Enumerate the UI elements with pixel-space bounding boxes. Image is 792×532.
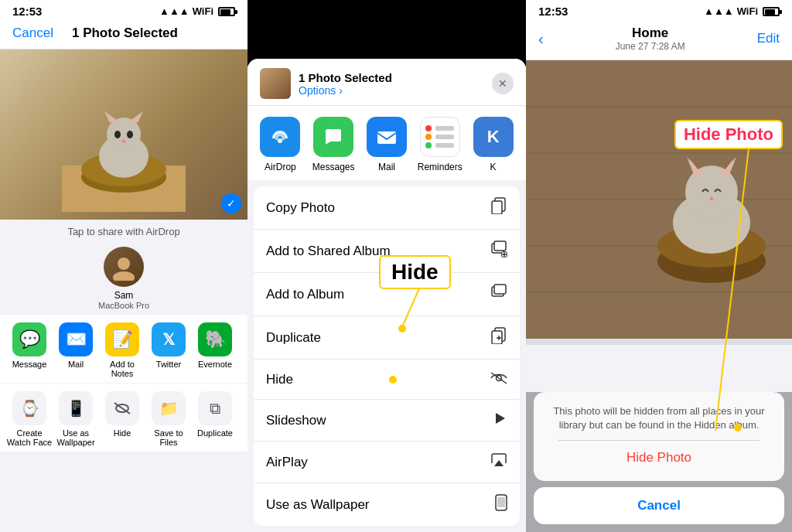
watch-face-icon: ⌚ (12, 391, 46, 425)
svg-point-10 (127, 131, 133, 138)
share-header: 1 Photo Selected Options › ✕ (248, 59, 526, 106)
battery-icon-3 (763, 7, 780, 16)
svg-marker-37 (494, 460, 504, 466)
back-button[interactable]: ‹ (538, 30, 544, 48)
hide-photo-yellow-dot (734, 424, 742, 431)
app-icons-row: 💬 Message ✉️ Mail 📝 Add to Notes 𝕏 Twitt… (0, 315, 248, 383)
svg-point-4 (107, 118, 141, 152)
wallpaper-action-label: Use as Wallpaper (266, 497, 370, 513)
status-icons-3: ▲▲▲ WiFi (704, 5, 780, 17)
cancel-button[interactable]: Cancel (12, 26, 53, 41)
mail-app-icon (367, 117, 407, 157)
share-app-messages[interactable]: Messages (309, 117, 359, 172)
reminders-label: Reminders (418, 162, 463, 172)
mail-icon: ✉️ (59, 322, 93, 356)
action-watch-face[interactable]: ⌚ Create Watch Face (6, 391, 53, 447)
slideshow-label: Slideshow (266, 413, 326, 428)
app-icon-mail[interactable]: ✉️ Mail (53, 322, 99, 378)
action-duplicate[interactable]: ⧉ Duplicate (192, 391, 238, 447)
confirm-hide-button[interactable]: Hide Photo (546, 447, 772, 469)
battery-icon (218, 7, 235, 16)
app-icon-message[interactable]: 💬 Message (6, 322, 53, 378)
share-options-link[interactable]: Options › (299, 84, 492, 97)
panel-photos: 12:53 ▲▲▲ WiFi Cancel 1 Photo Selected (0, 0, 248, 532)
twitter-icon: 𝕏 (152, 322, 186, 356)
slideshow-icon (492, 411, 507, 430)
panel1-navbar: Cancel 1 Photo Selected (0, 21, 248, 49)
svg-rect-39 (497, 497, 505, 507)
airplay-icon (490, 452, 507, 472)
airplay-label: AirPlay (266, 455, 308, 470)
status-icons-1: ▲▲▲ WiFi (159, 5, 235, 17)
hide-action-label: Hide (266, 372, 293, 387)
save-files-icon: 📁 (152, 391, 186, 425)
action-slideshow[interactable]: Slideshow (254, 400, 520, 442)
k-label: K (490, 162, 497, 172)
airdrop-app-icon (260, 117, 300, 157)
status-time-1: 12:53 (12, 5, 42, 18)
panel3-photo-svg (526, 60, 792, 339)
action-hide[interactable]: Hide (254, 360, 520, 400)
contact-row: Sam MacBook Pro (0, 242, 248, 315)
svg-rect-24 (494, 241, 506, 251)
share-apps-row: AirDrop Messages (248, 106, 526, 180)
selection-checkmark: ✓ (221, 193, 241, 213)
app-icon-notes[interactable]: 📝 Add to Notes (99, 322, 145, 378)
svg-marker-36 (496, 413, 505, 424)
app-icon-twitter[interactable]: 𝕏 Twitter (145, 322, 192, 378)
message-icon: 💬 (12, 322, 46, 356)
share-title: 1 Photo Selected (299, 71, 492, 84)
photo-divider (526, 339, 792, 345)
wallpaper-action-icon (495, 494, 507, 515)
avatar-svg (110, 253, 138, 281)
svg-rect-20 (377, 131, 396, 144)
action-save-files[interactable]: 📁 Save to Files (145, 391, 192, 447)
action-icons-row: ⌚ Create Watch Face 📱 Use as Wallpaper H… (0, 384, 248, 452)
hide-action-icon (490, 370, 507, 388)
hide-icon (105, 391, 139, 425)
share-app-airdrop[interactable]: AirDrop (255, 117, 306, 172)
add-album-label: Add to Album (266, 287, 344, 302)
hide-yellow-dot (389, 376, 397, 384)
action-wallpaper[interactable]: 📱 Use as Wallpaper (53, 391, 99, 447)
messages-app-icon (313, 117, 353, 157)
contact-avatar (104, 247, 144, 287)
k-app-icon: K (473, 117, 514, 157)
hide-confirm-modal: This photo will be hidden from all place… (526, 392, 792, 532)
mail-label: Mail (378, 162, 395, 172)
photo-area: ✓ (0, 49, 248, 220)
hide-photo-tooltip-text: Hide Photo (684, 124, 773, 144)
share-close-button[interactable]: ✕ (492, 73, 514, 94)
share-sheet-container: 1 Photo Selected Options › ✕ AirDrop (248, 59, 526, 532)
action-hide[interactable]: Hide (99, 391, 145, 447)
status-time-3: 12:53 (538, 5, 568, 18)
action-wallpaper[interactable]: Use as Wallpaper (254, 483, 520, 526)
photo-background (0, 49, 248, 220)
share-app-k[interactable]: K K (468, 117, 518, 172)
add-album-icon (490, 284, 507, 305)
confirm-cancel-button[interactable]: Cancel (534, 487, 784, 524)
panel3-title-block: Home June 27 7:28 AM (616, 26, 685, 52)
action-duplicate[interactable]: Duplicate (254, 316, 520, 360)
share-app-reminders[interactable]: Reminders (415, 117, 465, 172)
svg-point-13 (113, 271, 135, 281)
share-thumb (260, 68, 291, 99)
share-app-mail[interactable]: Mail (362, 117, 412, 172)
edit-button[interactable]: Edit (757, 31, 780, 46)
share-actions-list: Copy Photo Add to Shared Album (254, 186, 520, 526)
svg-rect-22 (492, 201, 502, 214)
action-airplay[interactable]: AirPlay (254, 442, 520, 483)
notes-icon: 📝 (105, 322, 139, 356)
airdrop-hint: Tap to share with AirDrop (0, 220, 248, 242)
add-shared-album-icon (490, 240, 507, 261)
copy-photo-icon (490, 197, 507, 218)
duplicate-icon: ⧉ (198, 391, 232, 425)
svg-point-17 (278, 138, 282, 143)
svg-rect-29 (494, 285, 506, 294)
panel3-title: Home (616, 26, 685, 41)
cat-photo-svg (62, 88, 186, 212)
action-copy-photo[interactable]: Copy Photo (254, 186, 520, 230)
app-icon-evernote[interactable]: 🐘 Evernote (192, 322, 238, 378)
confirm-card: This photo will be hidden from all place… (534, 392, 784, 481)
hide-tooltip: Hide (379, 255, 451, 289)
